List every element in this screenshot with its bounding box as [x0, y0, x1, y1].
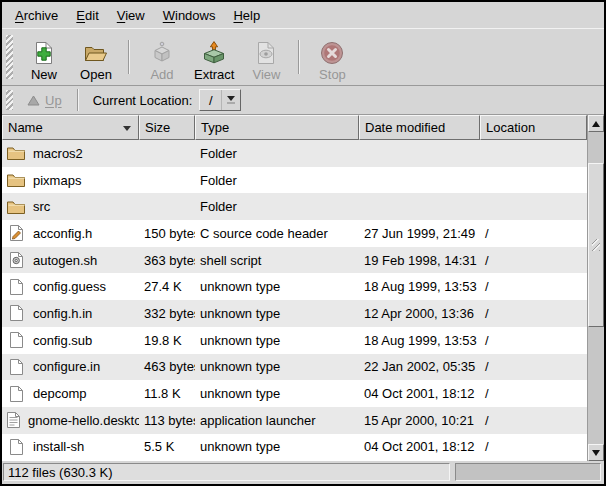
new-button[interactable]: New	[18, 31, 70, 83]
stop-button[interactable]: Stop	[306, 31, 358, 83]
file-name-cell: pixmaps	[2, 167, 139, 194]
location-combobox[interactable]: /	[199, 89, 241, 111]
file-date-cell: 27 Jun 1999, 21:49	[359, 220, 480, 247]
file-size-cell: 19.8 K	[139, 327, 195, 354]
dropdown-dash-icon	[227, 102, 235, 104]
menu-edit[interactable]: Edit	[67, 4, 107, 27]
open-button[interactable]: Open	[70, 31, 122, 83]
file-row-src[interactable]: srcFolder	[2, 193, 587, 220]
file-date-cell	[359, 167, 480, 194]
file-icon	[6, 331, 26, 349]
up-button[interactable]: Up	[18, 90, 71, 111]
file-name-cell: gnome-hello.desktop	[2, 407, 139, 434]
file-date-cell: 15 Apr 2000, 10:21	[359, 407, 480, 434]
progress-area	[455, 463, 601, 481]
file-name-cell: acconfig.h	[2, 220, 139, 247]
file-icon	[6, 304, 26, 322]
file-row-gnome-hello.desktop[interactable]: gnome-hello.desktop113 bytesapplication …	[2, 407, 587, 434]
file-location-cell: /	[480, 380, 587, 407]
folder-icon	[6, 172, 26, 188]
file-type-cell: application launcher	[195, 407, 359, 434]
file-row-autogen.sh[interactable]: autogen.sh363 bytesshell script19 Feb 19…	[2, 247, 587, 274]
column-header-date-modified[interactable]: Date modified	[359, 115, 480, 140]
archive-manager-window: ArchiveEditViewWindowsHelp NewOpenAddExt…	[0, 0, 606, 486]
file-text-icon	[6, 411, 21, 429]
file-size-cell: 150 bytes	[139, 220, 195, 247]
file-row-pixmaps[interactable]: pixmapsFolder	[2, 167, 587, 194]
file-size-cell: 5.5 K	[139, 434, 195, 461]
file-row-config.sub[interactable]: config.sub19.8 Kunknown type18 Aug 1999,…	[2, 327, 587, 354]
file-date-cell: 04 Oct 2001, 18:12	[359, 434, 480, 461]
up-button-label: Up	[45, 93, 62, 108]
file-location-cell: /	[480, 407, 587, 434]
column-header-name[interactable]: Name	[2, 115, 139, 140]
file-location-cell	[480, 140, 587, 167]
file-name-cell: autogen.sh	[2, 247, 139, 274]
file-type-cell: Folder	[195, 193, 359, 220]
column-header-location[interactable]: Location	[480, 115, 587, 140]
arrow-down-icon	[592, 450, 600, 456]
menu-help[interactable]: Help	[224, 4, 269, 27]
up-arrow-icon	[27, 95, 40, 106]
column-header-label: Type	[201, 120, 229, 135]
file-location-cell: /	[480, 300, 587, 327]
scroll-down-button[interactable]	[588, 444, 604, 461]
file-type-cell: unknown type	[195, 354, 359, 381]
location-dropdown-button[interactable]	[222, 90, 240, 110]
file-name: src	[33, 199, 50, 214]
file-list: NameSizeTypeDate modifiedLocation macros…	[2, 115, 587, 461]
file-date-cell: 18 Aug 1999, 13:53	[359, 273, 480, 300]
add-button[interactable]: Add	[136, 31, 188, 83]
file-name-cell: src	[2, 193, 139, 220]
column-header-row: NameSizeTypeDate modifiedLocation	[2, 115, 587, 140]
scroll-up-button[interactable]	[588, 115, 604, 132]
file-name: acconfig.h	[33, 226, 92, 241]
toolbar-button-label: Add	[150, 67, 173, 82]
toolbar-grip-handle[interactable]	[6, 35, 13, 79]
toolbar-separator	[298, 40, 300, 74]
location-bar-grip-handle[interactable]	[6, 90, 13, 110]
column-header-label: Date modified	[365, 120, 445, 135]
column-header-label: Location	[486, 120, 535, 135]
file-size-cell: 363 bytes	[139, 247, 195, 274]
file-row-configure.in[interactable]: configure.in463 bytesunknown type22 Jan …	[2, 354, 587, 381]
file-date-cell	[359, 193, 480, 220]
scrollbar-trough[interactable]	[588, 132, 604, 444]
folder-icon	[6, 199, 26, 215]
file-type-cell: unknown type	[195, 327, 359, 354]
file-name-cell: config.sub	[2, 327, 139, 354]
file-row-config.h.in[interactable]: config.h.in332 bytesunknown type12 Apr 2…	[2, 300, 587, 327]
menu-windows[interactable]: Windows	[154, 4, 225, 27]
file-date-cell: 18 Aug 1999, 13:53	[359, 327, 480, 354]
menu-archive[interactable]: Archive	[6, 4, 67, 27]
file-size-cell: 332 bytes	[139, 300, 195, 327]
arrow-up-icon	[592, 121, 600, 127]
menu-view[interactable]: View	[108, 4, 154, 27]
file-row-config.guess[interactable]: config.guess27.4 Kunknown type18 Aug 199…	[2, 273, 587, 300]
file-date-cell: 19 Feb 1998, 14:31	[359, 247, 480, 274]
column-header-type[interactable]: Type	[195, 115, 359, 140]
file-icon	[6, 385, 26, 403]
file-name: configure.in	[33, 359, 100, 374]
toolbar: NewOpenAddExtractViewStop	[2, 28, 604, 86]
file-row-acconfig.h[interactable]: acconfig.h150 bytesC source code header2…	[2, 220, 587, 247]
file-name-cell: configure.in	[2, 354, 139, 381]
file-row-install-sh[interactable]: install-sh5.5 Kunknown type04 Oct 2001, …	[2, 434, 587, 461]
view-button[interactable]: View	[240, 31, 292, 83]
file-size-cell: 463 bytes	[139, 354, 195, 381]
file-size-cell: 27.4 K	[139, 273, 195, 300]
file-location-cell	[480, 167, 587, 194]
file-name: macros2	[33, 146, 83, 161]
status-text: 112 files (630.3 K)	[8, 465, 113, 480]
column-header-size[interactable]: Size	[139, 115, 195, 140]
vertical-scrollbar[interactable]	[587, 115, 604, 461]
file-type-cell: Folder	[195, 167, 359, 194]
file-row-depcomp[interactable]: depcomp11.8 Kunknown type04 Oct 2001, 18…	[2, 380, 587, 407]
file-size-cell: 113 bytes	[139, 407, 195, 434]
file-size-cell	[139, 140, 195, 167]
file-type-cell: unknown type	[195, 300, 359, 327]
file-date-cell: 22 Jan 2002, 05:35	[359, 354, 480, 381]
extract-button[interactable]: Extract	[188, 31, 240, 83]
scrollbar-thumb[interactable]	[588, 163, 604, 327]
file-row-macros2[interactable]: macros2Folder	[2, 140, 587, 167]
